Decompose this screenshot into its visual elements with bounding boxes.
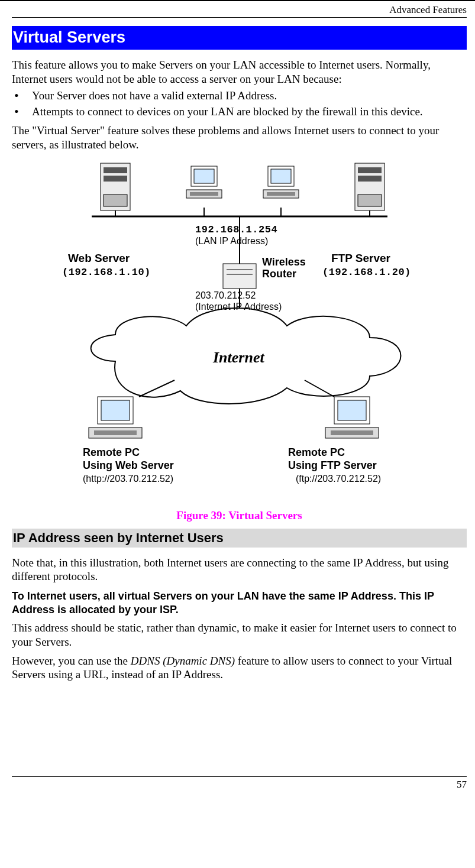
sub-paragraph-3: However, you can use the DDNS (Dynamic D… [12,654,467,682]
svg-rect-8 [104,176,127,182]
remote-ftp-url: (ftp://203.70.212.52) [296,474,381,484]
ftp-server-label: FTP Server [331,252,391,264]
wan-ip-text: 203.70.212.52 [195,290,256,300]
figure-caption: Figure 39: Virtual Servers [12,509,467,523]
sub-strong-note: To Internet users, all virtual Servers o… [12,590,467,616]
list-item: Your Server does not have a valid extern… [12,89,467,103]
intro-paragraph: This feature allows you to make Servers … [12,58,467,86]
svg-rect-19 [271,169,291,183]
ftp-server-ip: (192.168.1.20) [322,267,411,278]
remote-web-1: Remote PC [83,446,140,458]
web-server-label: Web Server [68,252,130,264]
svg-rect-29 [94,430,137,435]
svg-rect-13 [358,195,382,206]
remote-ftp-1: Remote PC [288,446,345,458]
remote-web-url: (http://203.70.212.52) [83,474,173,484]
network-diagram-icon: 192.168.1.254 (LAN IP Address) Wireless … [50,160,429,497]
figure-virtual-servers: 192.168.1.254 (LAN IP Address) Wireless … [12,160,467,501]
subsection-heading: IP Address seen by Internet Users [12,529,467,548]
web-server-ip: (192.168.1.10) [62,267,151,278]
lan-ip-label: (LAN IP Address) [195,236,268,246]
sub-paragraph-1: Note that, in this illustration, both In… [12,556,467,584]
list-item: Attempts to connect to devices on your L… [12,105,467,119]
sub-paragraph-2: This address should be static, rather th… [12,621,467,649]
svg-rect-7 [104,167,127,173]
svg-rect-12 [358,176,382,182]
after-bullets-paragraph: The "Virtual Server" feature solves thes… [12,124,467,152]
router-label-2: Router [262,268,296,280]
p3-part-a: However, you can use the [12,655,131,667]
section-title: Virtual Servers [12,26,467,50]
svg-rect-9 [104,195,127,206]
page: Advanced Features Virtual Servers This f… [0,0,475,868]
remote-ftp-2: Using FTP Server [288,459,377,471]
internet-label: Internet [212,349,264,366]
bullet-list: Your Server does not have a valid extern… [12,89,467,119]
svg-rect-11 [358,167,382,173]
svg-rect-32 [338,400,366,420]
svg-rect-21 [267,192,295,196]
svg-rect-34 [331,430,373,435]
svg-rect-27 [101,400,130,420]
remote-web-2: Using Web Server [83,459,174,471]
p3-italic: DDNS (Dynamic DNS) [131,655,235,667]
wan-ip-label: (Internet IP Address) [195,302,282,312]
svg-rect-17 [190,192,218,196]
lan-ip-text: 192.168.1.254 [195,224,277,235]
router-label-1: Wireless [262,256,306,268]
running-header: Advanced Features [12,4,467,18]
page-number: 57 [12,777,467,791]
svg-rect-15 [194,169,214,183]
svg-rect-22 [223,264,256,289]
